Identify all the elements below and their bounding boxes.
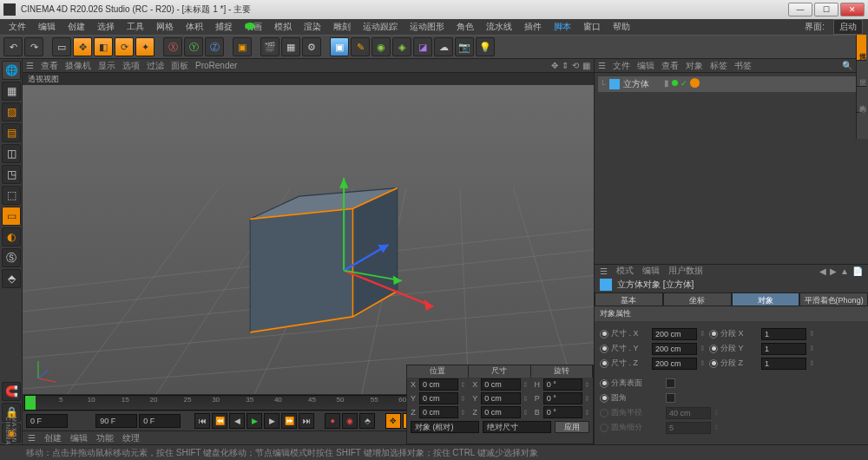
menu-pipeline[interactable]: 流水线 [481,20,517,34]
model-mode-button[interactable]: ▦ [2,82,21,101]
redo-button[interactable]: ↷ [24,37,43,56]
play-button[interactable]: ▶ [247,413,262,429]
display-menu[interactable]: 显示 [98,60,115,72]
search-icon[interactable]: 🔍 [842,61,852,70]
point-mode-button[interactable]: ⬚ [2,186,21,205]
next-frame-button[interactable]: ▶ [264,413,279,429]
rside-tab-3[interactable]: 构造 [857,87,866,113]
key-pos-button[interactable]: ✥ [385,413,401,429]
tab-basic[interactable]: 基本 [595,292,663,306]
object-status-icons[interactable]: ▮ ✓ [664,78,700,88]
rside-tab-2[interactable]: 层 [857,61,866,87]
last-tool[interactable]: ✦ [135,37,155,56]
attr-up-icon[interactable]: ▲ [840,266,849,276]
render-settings-button[interactable]: ⚙ [302,37,321,56]
cube-primitive-button[interactable]: ▣ [330,37,349,56]
prev-frame-button[interactable]: ◀ [229,413,245,429]
om-object[interactable]: 对象 [686,60,703,72]
record-button[interactable]: ● [325,413,340,429]
attr-userdata[interactable]: 用户数据 [668,265,703,277]
attr-edit[interactable]: 编辑 [642,265,660,277]
z-axis-toggle[interactable]: Ⓩ [205,37,224,56]
object-name[interactable]: 立方体 [623,78,649,90]
radio-segz[interactable] [709,359,718,368]
panel-menu[interactable]: 面板 [171,60,188,72]
layout-dropdown[interactable]: 启动 [833,19,863,35]
rot-h-field[interactable]: 0 ° [543,378,582,391]
rot-p-field[interactable]: 0 ° [543,392,582,404]
mat-create[interactable]: 创建 [44,432,62,444]
radio-sizex[interactable] [600,330,608,338]
menu-render[interactable]: 渲染 [299,20,326,34]
menu-select[interactable]: 选择 [92,20,120,34]
nurbs-button[interactable]: ◉ [372,37,391,56]
apply-button[interactable]: 应用 [555,421,589,433]
size-y-field[interactable]: 0 cm [481,392,520,404]
radio-segx[interactable] [709,330,718,338]
coord-system-button[interactable]: ▣ [233,37,252,56]
om-bookmarks[interactable]: 书签 [734,60,752,72]
size-mode-dropdown[interactable]: 绝对尺寸 [483,421,551,433]
prorender-menu[interactable]: ProRender [195,61,237,70]
visibility-dot-icon[interactable] [672,80,678,86]
prev-key-button[interactable]: ⏪ [212,413,227,429]
mat-function[interactable]: 功能 [96,432,114,444]
menu-character[interactable]: 角色 [451,20,479,34]
minimize-button[interactable]: — [788,3,812,16]
mat-texture[interactable]: 纹理 [122,432,140,444]
tab-object[interactable]: 对象 [732,292,800,306]
nav-rrotate icon[interactable]: ⟲ [572,61,579,70]
coord-mode-dropdown[interactable]: 对象 (相对) [411,421,479,433]
menu-snap[interactable]: 捕捉 [210,20,238,34]
menu-create[interactable]: 创建 [62,20,90,34]
rotate-tool[interactable]: ⟳ [115,37,134,56]
render-view-button[interactable]: 🎬 [260,37,279,56]
radio-segy[interactable] [709,345,718,353]
pos-z-field[interactable]: 0 cm [419,406,458,418]
seg-z-field[interactable]: 1 [761,358,806,370]
object-mode-button[interactable]: ◫ [2,144,21,163]
separate-checkbox[interactable] [666,378,675,388]
menu-file[interactable]: 文件 [3,20,31,34]
menu-plugins[interactable]: 插件 [519,20,547,34]
camera-menu[interactable]: 摄像机 [65,60,91,72]
attr-new-icon[interactable]: 📄 [852,266,863,276]
nav-zoom-icon[interactable]: ⇕ [562,61,569,70]
pos-y-field[interactable]: 0 cm [419,392,458,404]
size-y-field[interactable]: 200 cm [652,343,697,355]
menu-mesh[interactable]: 网格 [151,20,179,34]
x-axis-toggle[interactable]: Ⓧ [163,37,182,56]
maximize-button[interactable]: ☐ [814,3,838,16]
select-tool[interactable]: ▭ [52,37,71,56]
options-menu[interactable]: 选项 [122,60,140,72]
menu-track[interactable]: 运动跟踪 [358,20,403,34]
view-menu[interactable]: 查看 [41,60,58,72]
object-tree[interactable]: └ 立方体 ▮ ✓ [595,73,868,264]
menu-simulate[interactable]: 模拟 [269,20,297,34]
tweak-mode-button[interactable]: ⬘ [2,269,21,288]
pen-tool-button[interactable]: ✎ [351,37,370,56]
render-region-button[interactable]: ▦ [281,37,300,56]
size-x-field[interactable]: 0 cm [481,378,520,391]
seg-y-field[interactable]: 1 [761,343,806,355]
autokey-button[interactable]: ◉ [342,413,358,429]
goto-end-button[interactable]: ⏭ [299,413,314,429]
mat-edit[interactable]: 编辑 [70,432,88,444]
om-edit[interactable]: 编辑 [637,60,654,72]
om-tags[interactable]: 标签 [710,60,727,72]
make-editable-button[interactable]: 🌐 [2,61,21,80]
fillet-checkbox[interactable] [666,393,675,403]
radio-sizey[interactable] [600,345,608,353]
keyframe-sel-button[interactable]: ⬘ [359,413,375,429]
attr-back-icon[interactable]: ◀ [819,266,826,276]
close-button[interactable]: ✕ [840,3,865,16]
goto-start-button[interactable]: ⏮ [194,413,210,429]
scale-tool[interactable]: ◧ [94,37,113,56]
light-button[interactable]: 💡 [476,37,495,56]
move-tool[interactable]: ✥ [73,37,92,56]
workplane-button[interactable]: ▤ [2,123,21,142]
size-z-field[interactable]: 0 cm [481,406,520,418]
nav-layout-icon[interactable]: ▦ [582,61,590,70]
menu-volume[interactable]: 体积 [181,20,208,34]
size-x-field[interactable]: 200 cm [652,328,697,340]
